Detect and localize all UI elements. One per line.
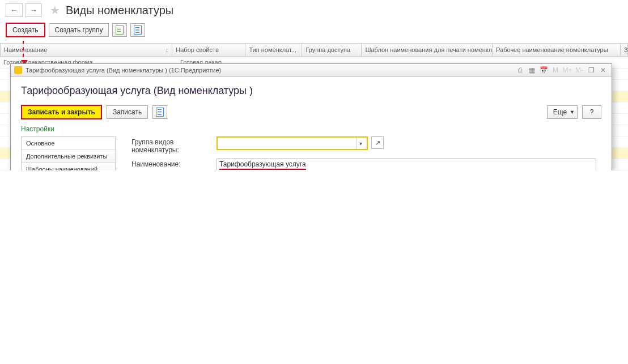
side-tabs: Основное Дополнительные реквизиты Шаблон… [21, 136, 116, 170]
col-access[interactable]: Группа доступа [302, 44, 362, 56]
group-combo-field[interactable]: ▾ [217, 136, 368, 150]
col-set[interactable]: Набор свойств [172, 44, 245, 56]
document-icon [116, 25, 124, 35]
col-name[interactable]: Наименование↓ [1, 44, 172, 56]
grid-header: Наименование↓ Набор свойств Тип номенкла… [0, 43, 628, 57]
list-icon [134, 25, 142, 35]
section-settings-label: Настройки [21, 125, 601, 133]
save-and-close-button[interactable]: Записать и закрыть [21, 105, 102, 119]
window-close-icon[interactable]: ✕ [598, 66, 608, 75]
col-template[interactable]: Шаблон наименования для печати номенкла.… [362, 44, 493, 56]
col-zapr[interactable]: Запр [621, 44, 627, 56]
modal-titlebar-text: Тарифообразующая услуга (Вид номенклатур… [26, 67, 221, 74]
memory-mplus-button[interactable]: M+ [562, 66, 572, 75]
open-external-button[interactable]: ↗ [371, 136, 384, 149]
save-button[interactable]: Записать [107, 105, 148, 119]
label-name: Наименование: [131, 159, 217, 168]
print-icon[interactable]: ⎙ [515, 66, 525, 75]
memory-mminus-button[interactable]: M- [574, 66, 584, 75]
calc-icon[interactable]: ▦ [527, 66, 537, 75]
list-icon-button[interactable] [130, 23, 145, 37]
nav-back-button[interactable]: ← [6, 3, 23, 17]
list-icon [156, 108, 164, 117]
refresh-icon-button[interactable] [112, 23, 127, 37]
more-button[interactable]: Еще▼ [547, 105, 578, 119]
nav-forward-button[interactable]: → [25, 3, 42, 17]
calendar-icon[interactable]: 📅 [538, 66, 549, 75]
app-1c-icon [14, 66, 22, 74]
create-group-button[interactable]: Создать группу [49, 23, 109, 37]
chevron-down-icon: ▼ [570, 109, 575, 115]
tab-main[interactable]: Основное [22, 137, 115, 150]
tab-name-templates[interactable]: Шаблоны наименований [22, 163, 115, 170]
modal-window: Тарифообразующая услуга (Вид номенклатур… [10, 63, 612, 170]
col-type[interactable]: Тип номенклат... [245, 44, 302, 56]
memory-m-button[interactable]: M [550, 66, 561, 75]
page-title: Виды номенклатуры [66, 4, 173, 17]
window-restore-icon[interactable]: ❐ [586, 66, 596, 75]
col-workname[interactable]: Рабочее наименование номенклатуры [493, 44, 621, 56]
help-button[interactable]: ? [582, 105, 601, 119]
name-value: Тарифообразующая услуга [219, 160, 306, 170]
sort-asc-icon: ↓ [166, 46, 169, 53]
modal-title: Тарифообразующая услуга (Вид номенклатур… [21, 85, 601, 97]
favorite-star-icon[interactable]: ★ [50, 3, 60, 17]
tab-extra-attrs[interactable]: Дополнительные реквизиты [22, 150, 115, 163]
label-group: Группа видов номенклатуры: [131, 136, 217, 154]
list-icon-button[interactable] [152, 105, 167, 119]
name-field[interactable]: Тарифообразующая услуга [217, 159, 596, 170]
modal-titlebar: Тарифообразующая услуга (Вид номенклатур… [11, 64, 612, 77]
chevron-down-icon[interactable]: ▾ [357, 138, 364, 149]
create-button[interactable]: Создать [6, 23, 45, 37]
